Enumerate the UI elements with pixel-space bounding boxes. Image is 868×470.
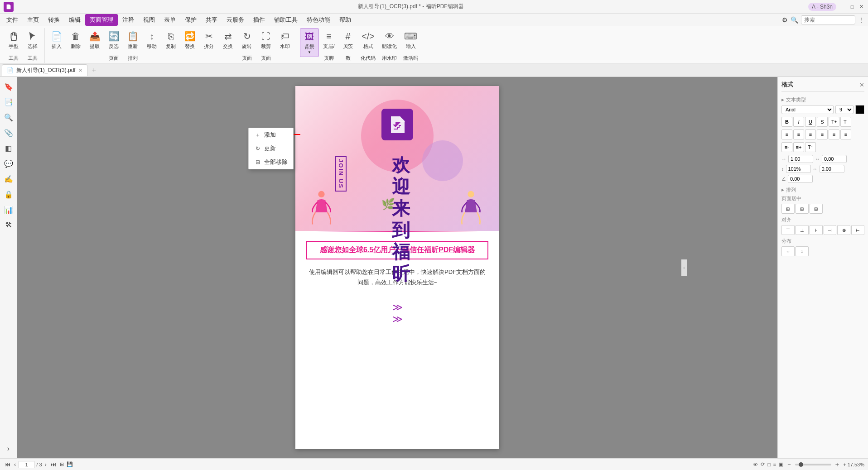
align-top-btn[interactable]: ⊤: [781, 225, 795, 235]
ribbon-select-tool[interactable]: 选择工具: [24, 28, 42, 63]
minimize-btn[interactable]: ─: [840, 4, 846, 10]
strikethrough-btn[interactable]: S: [817, 117, 828, 127]
nav-next-btn[interactable]: ›: [44, 461, 48, 468]
sidebar-icon-attachments[interactable]: 📎: [2, 126, 15, 139]
align-right2-btn[interactable]: ⊢: [851, 225, 864, 235]
align-left2-btn[interactable]: ⊣: [824, 225, 837, 235]
dropdown-remove-all-item[interactable]: ⊟ 全部移除: [249, 155, 293, 169]
menu-protect[interactable]: 保护: [180, 14, 201, 26]
ribbon-reverse-btn[interactable]: 🔄 反选页面: [105, 28, 123, 63]
search-input[interactable]: [804, 17, 852, 23]
ribbon-replace-btn[interactable]: 🔁 替换: [181, 28, 199, 51]
font-size-select[interactable]: 9: [835, 105, 854, 114]
center-both-btn[interactable]: ⊞: [810, 204, 823, 214]
menu-view[interactable]: 视图: [139, 14, 159, 26]
italic-btn[interactable]: I: [793, 117, 804, 127]
distribute-v-btn[interactable]: ↕: [796, 246, 809, 256]
sidebar-icon-bookmark[interactable]: 🔖: [2, 80, 15, 93]
nav-first-btn[interactable]: ⏮: [4, 461, 11, 468]
right-margin-input[interactable]: [822, 155, 847, 163]
align-middle-btn[interactable]: ⊥: [796, 225, 809, 235]
tab-item-pdf[interactable]: 📄 新人引导(1)_OCR(3).pdf ✕: [2, 64, 87, 76]
two-page-icon[interactable]: ▣: [779, 461, 783, 467]
content-area[interactable]: JOIN US 欢迎来到福昕: [17, 77, 777, 458]
zoom-in-btn[interactable]: ＋: [834, 460, 840, 469]
window-controls[interactable]: ─ □ ✕: [840, 4, 864, 10]
sidebar-icon-security[interactable]: 🔒: [2, 187, 15, 201]
ribbon-delete-btn[interactable]: 🗑 删除: [67, 28, 85, 51]
menu-help[interactable]: 帮助: [335, 14, 356, 26]
menu-plugin[interactable]: 插件: [249, 14, 270, 26]
ribbon-insert-btn[interactable]: 📄 插入: [48, 28, 66, 51]
font-name-select[interactable]: Arial: [781, 105, 834, 114]
save-status-btn[interactable]: 💾: [67, 461, 73, 467]
menu-annotate[interactable]: 注释: [118, 14, 139, 26]
menu-page-manage[interactable]: 页面管理: [85, 14, 118, 26]
char-spacing-input[interactable]: [820, 165, 844, 173]
sidebar-icon-search[interactable]: 🔍: [2, 110, 15, 124]
underline-btn[interactable]: U: [805, 117, 816, 127]
menu-share[interactable]: 共享: [201, 14, 222, 26]
continuous-page-icon[interactable]: ≡: [773, 462, 776, 467]
ribbon-activate-btn[interactable]: ⌨ 输入激活码: [400, 28, 421, 63]
align-justify-btn[interactable]: ≡: [817, 129, 828, 139]
font-color-picker[interactable]: [855, 105, 864, 114]
ribbon-move-btn[interactable]: ↕ 移动: [143, 28, 161, 51]
menu-home[interactable]: 主页: [23, 14, 43, 26]
ribbon-ocr-btn[interactable]: 👁 朗读化用水印: [379, 28, 400, 63]
menu-cloud[interactable]: 云服务: [222, 14, 249, 26]
tab-add-btn[interactable]: +: [88, 65, 100, 75]
line-spacing-input[interactable]: [786, 165, 811, 173]
dropdown-add-item[interactable]: ＋ 添加: [249, 128, 293, 142]
menu-feature[interactable]: 特色功能: [302, 14, 335, 26]
align-distribute-btn[interactable]: ≡: [829, 129, 839, 139]
right-panel-collapse-btn[interactable]: ‹: [681, 259, 687, 276]
tab-close-btn[interactable]: ✕: [78, 67, 82, 73]
expand-icon[interactable]: ⋮: [858, 16, 864, 24]
align-right-btn[interactable]: ≡: [805, 129, 816, 139]
menu-assist[interactable]: 辅助工具: [270, 14, 302, 26]
align-center-btn[interactable]: ≡: [793, 129, 804, 139]
center-h-btn[interactable]: ⊞: [781, 204, 795, 214]
dropdown-update-item[interactable]: ↻ 更新: [249, 142, 293, 155]
sidebar-expand-btn[interactable]: ›: [2, 442, 15, 456]
menu-form[interactable]: 表单: [159, 14, 180, 26]
sidebar-icon-tools[interactable]: 🛠: [2, 218, 15, 232]
page-number-input[interactable]: [19, 461, 34, 468]
menu-file[interactable]: 文件: [2, 14, 23, 26]
align-bottom-btn[interactable]: ⊦: [810, 225, 823, 235]
bold-btn[interactable]: B: [781, 117, 792, 127]
view-icon[interactable]: 👁: [753, 462, 758, 467]
left-margin-input[interactable]: [788, 155, 813, 163]
align-center2-btn[interactable]: ⊕: [837, 225, 850, 235]
menu-convert[interactable]: 转换: [43, 14, 64, 26]
subscript-btn[interactable]: T-: [840, 117, 851, 127]
distribute-h-btn[interactable]: ↔: [781, 246, 795, 256]
ribbon-split-btn[interactable]: ✂ 拆分: [200, 28, 218, 51]
ribbon-background-btn[interactable]: 🖼 背景 ▼: [300, 28, 319, 57]
align-extra-btn[interactable]: ≡: [840, 129, 851, 139]
refresh-view-icon[interactable]: ⟳: [761, 461, 765, 467]
expand-panel-btn[interactable]: ⊞: [60, 461, 64, 467]
ribbon-rotate-btn[interactable]: ↻ 旋转页面: [238, 28, 256, 63]
ribbon-header-footer-btn[interactable]: ≡ 页眉/页脚: [320, 28, 338, 63]
maximize-btn[interactable]: □: [849, 4, 855, 10]
settings-icon[interactable]: ⚙: [782, 16, 788, 24]
panel-close-btn[interactable]: ✕: [859, 82, 864, 88]
center-v-btn[interactable]: ⊞: [796, 204, 809, 214]
nav-last-btn[interactable]: ⏭: [49, 461, 57, 468]
ribbon-bates-btn[interactable]: # 贝茨数: [339, 28, 357, 63]
ribbon-rearrange-btn[interactable]: 📋 重新排列: [124, 28, 142, 63]
ribbon-swap-btn[interactable]: ⇄ 交换: [219, 28, 237, 51]
zoom-slider[interactable]: [795, 464, 831, 465]
ribbon-copy-btn[interactable]: ⎘ 复制: [162, 28, 180, 51]
list-btn1[interactable]: ≡-: [781, 142, 792, 152]
sidebar-icon-signatures[interactable]: ✍: [2, 172, 15, 186]
list-btn2[interactable]: ≡+: [793, 142, 804, 152]
ribbon-format-code-btn[interactable]: </> 格式化代码: [358, 28, 378, 63]
ribbon-crop-btn[interactable]: ⛶ 裁剪页面: [257, 28, 275, 63]
align-left-btn[interactable]: ≡: [781, 129, 792, 139]
sidebar-icon-pages[interactable]: 📑: [2, 95, 15, 109]
superscript-btn[interactable]: T+: [829, 117, 839, 127]
ribbon-hand-tool[interactable]: 手型工具: [5, 28, 23, 63]
